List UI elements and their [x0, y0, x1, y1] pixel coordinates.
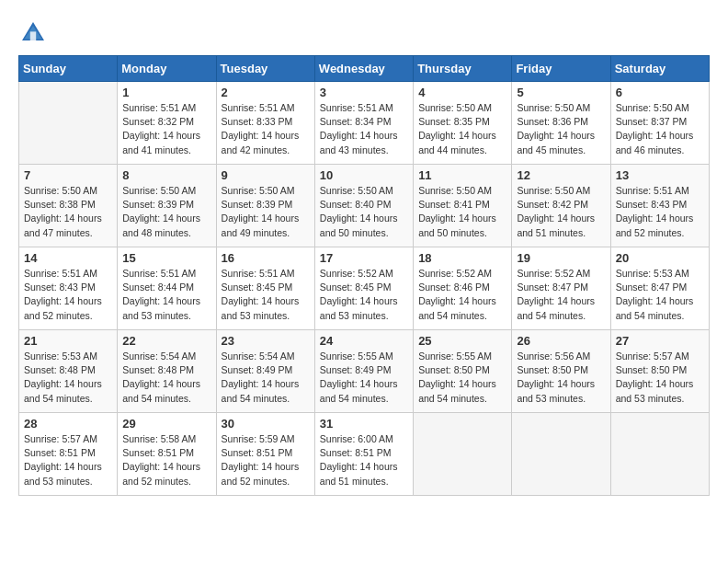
day-info: Sunrise: 5:51 AMSunset: 8:43 PMDaylight:…	[24, 267, 112, 323]
day-number: 24	[320, 334, 408, 348]
day-number: 1	[122, 86, 210, 99]
day-number: 22	[122, 334, 210, 348]
day-info: Sunrise: 6:00 AMSunset: 8:51 PMDaylight:…	[320, 432, 408, 488]
day-info: Sunrise: 5:50 AMSunset: 8:38 PMDaylight:…	[24, 184, 112, 240]
weekday-header-wednesday: Wednesday	[314, 56, 413, 82]
day-info: Sunrise: 5:50 AMSunset: 8:37 PMDaylight:…	[616, 101, 704, 157]
calendar-cell: 16Sunrise: 5:51 AMSunset: 8:45 PMDayligh…	[216, 247, 314, 330]
day-number: 16	[222, 251, 310, 265]
calendar-cell: 28Sunrise: 5:57 AMSunset: 8:51 PMDayligh…	[19, 413, 118, 496]
calendar-cell: 6Sunrise: 5:50 AMSunset: 8:37 PMDaylight…	[610, 82, 709, 165]
day-number: 11	[418, 168, 506, 182]
day-number: 8	[122, 168, 210, 182]
calendar-cell: 17Sunrise: 5:52 AMSunset: 8:45 PMDayligh…	[314, 247, 413, 330]
day-info: Sunrise: 5:52 AMSunset: 8:45 PMDaylight:…	[320, 267, 408, 323]
calendar-cell: 15Sunrise: 5:51 AMSunset: 8:44 PMDayligh…	[118, 247, 216, 330]
day-number: 14	[24, 251, 112, 265]
calendar-cell: 7Sunrise: 5:50 AMSunset: 8:38 PMDaylight…	[19, 165, 118, 247]
calendar-week-1: 1Sunrise: 5:51 AMSunset: 8:32 PMDaylight…	[19, 82, 710, 165]
calendar-cell: 5Sunrise: 5:50 AMSunset: 8:36 PMDaylight…	[512, 82, 610, 165]
day-info: Sunrise: 5:50 AMSunset: 8:39 PMDaylight:…	[222, 184, 310, 240]
day-info: Sunrise: 5:50 AMSunset: 8:36 PMDaylight:…	[517, 101, 605, 157]
calendar-week-5: 28Sunrise: 5:57 AMSunset: 8:51 PMDayligh…	[19, 413, 710, 496]
page-header	[18, 18, 710, 48]
logo	[18, 18, 51, 48]
weekday-header-thursday: Thursday	[414, 56, 512, 82]
weekday-header-monday: Monday	[118, 56, 216, 82]
day-number: 26	[517, 334, 605, 348]
day-number: 13	[616, 168, 704, 182]
calendar-week-2: 7Sunrise: 5:50 AMSunset: 8:38 PMDaylight…	[19, 165, 710, 247]
calendar-cell: 20Sunrise: 5:53 AMSunset: 8:47 PMDayligh…	[610, 247, 709, 330]
calendar-cell: 24Sunrise: 5:55 AMSunset: 8:49 PMDayligh…	[314, 330, 413, 413]
weekday-header-friday: Friday	[512, 56, 610, 82]
day-info: Sunrise: 5:50 AMSunset: 8:42 PMDaylight:…	[517, 184, 605, 240]
day-number: 28	[24, 417, 112, 431]
day-info: Sunrise: 5:51 AMSunset: 8:32 PMDaylight:…	[122, 101, 210, 157]
day-info: Sunrise: 5:50 AMSunset: 8:40 PMDaylight:…	[320, 184, 408, 240]
calendar-cell	[19, 82, 118, 165]
day-number: 6	[616, 86, 704, 99]
calendar-cell: 18Sunrise: 5:52 AMSunset: 8:46 PMDayligh…	[414, 247, 512, 330]
day-info: Sunrise: 5:51 AMSunset: 8:33 PMDaylight:…	[222, 101, 310, 157]
weekday-header-tuesday: Tuesday	[216, 56, 314, 82]
weekday-header-sunday: Sunday	[19, 56, 118, 82]
day-number: 19	[517, 251, 605, 265]
calendar-cell: 23Sunrise: 5:54 AMSunset: 8:49 PMDayligh…	[216, 330, 314, 413]
day-info: Sunrise: 5:54 AMSunset: 8:49 PMDaylight:…	[222, 350, 310, 406]
day-info: Sunrise: 5:51 AMSunset: 8:45 PMDaylight:…	[222, 267, 310, 323]
calendar-cell: 3Sunrise: 5:51 AMSunset: 8:34 PMDaylight…	[314, 82, 413, 165]
day-number: 17	[320, 251, 408, 265]
day-info: Sunrise: 5:51 AMSunset: 8:43 PMDaylight:…	[616, 184, 704, 240]
day-number: 29	[122, 417, 210, 431]
day-number: 2	[222, 86, 310, 99]
calendar-cell	[610, 413, 709, 496]
calendar-cell: 10Sunrise: 5:50 AMSunset: 8:40 PMDayligh…	[314, 165, 413, 247]
day-info: Sunrise: 5:53 AMSunset: 8:47 PMDaylight:…	[616, 267, 704, 323]
calendar-header-row: SundayMondayTuesdayWednesdayThursdayFrid…	[19, 56, 710, 82]
calendar-cell: 12Sunrise: 5:50 AMSunset: 8:42 PMDayligh…	[512, 165, 610, 247]
calendar-cell: 14Sunrise: 5:51 AMSunset: 8:43 PMDayligh…	[19, 247, 118, 330]
day-info: Sunrise: 5:54 AMSunset: 8:48 PMDaylight:…	[122, 350, 210, 406]
svg-rect-2	[30, 31, 36, 40]
calendar-cell: 29Sunrise: 5:58 AMSunset: 8:51 PMDayligh…	[118, 413, 216, 496]
day-info: Sunrise: 5:51 AMSunset: 8:34 PMDaylight:…	[320, 101, 408, 157]
day-number: 3	[320, 86, 408, 99]
calendar-cell: 9Sunrise: 5:50 AMSunset: 8:39 PMDaylight…	[216, 165, 314, 247]
day-info: Sunrise: 5:52 AMSunset: 8:47 PMDaylight:…	[517, 267, 605, 323]
day-number: 15	[122, 251, 210, 265]
day-info: Sunrise: 5:51 AMSunset: 8:44 PMDaylight:…	[122, 267, 210, 323]
calendar-cell: 8Sunrise: 5:50 AMSunset: 8:39 PMDaylight…	[118, 165, 216, 247]
day-number: 25	[418, 334, 506, 348]
calendar-cell: 2Sunrise: 5:51 AMSunset: 8:33 PMDaylight…	[216, 82, 314, 165]
day-info: Sunrise: 5:55 AMSunset: 8:50 PMDaylight:…	[418, 350, 506, 406]
day-number: 31	[320, 417, 408, 431]
weekday-header-saturday: Saturday	[610, 56, 709, 82]
logo-icon	[18, 18, 48, 48]
day-number: 5	[517, 86, 605, 99]
calendar-cell: 13Sunrise: 5:51 AMSunset: 8:43 PMDayligh…	[610, 165, 709, 247]
day-info: Sunrise: 5:59 AMSunset: 8:51 PMDaylight:…	[222, 432, 310, 488]
calendar-cell	[414, 413, 512, 496]
calendar-cell	[512, 413, 610, 496]
day-number: 7	[24, 168, 112, 182]
calendar-cell: 4Sunrise: 5:50 AMSunset: 8:35 PMDaylight…	[414, 82, 512, 165]
calendar-cell: 21Sunrise: 5:53 AMSunset: 8:48 PMDayligh…	[19, 330, 118, 413]
calendar-cell: 26Sunrise: 5:56 AMSunset: 8:50 PMDayligh…	[512, 330, 610, 413]
day-info: Sunrise: 5:57 AMSunset: 8:50 PMDaylight:…	[616, 350, 704, 406]
day-info: Sunrise: 5:50 AMSunset: 8:35 PMDaylight:…	[418, 101, 506, 157]
calendar-cell: 1Sunrise: 5:51 AMSunset: 8:32 PMDaylight…	[118, 82, 216, 165]
calendar-cell: 27Sunrise: 5:57 AMSunset: 8:50 PMDayligh…	[610, 330, 709, 413]
day-number: 4	[418, 86, 506, 99]
calendar-cell: 11Sunrise: 5:50 AMSunset: 8:41 PMDayligh…	[414, 165, 512, 247]
day-number: 20	[616, 251, 704, 265]
calendar-cell: 25Sunrise: 5:55 AMSunset: 8:50 PMDayligh…	[414, 330, 512, 413]
calendar-table: SundayMondayTuesdayWednesdayThursdayFrid…	[18, 55, 710, 496]
day-number: 23	[222, 334, 310, 348]
calendar-week-4: 21Sunrise: 5:53 AMSunset: 8:48 PMDayligh…	[19, 330, 710, 413]
day-info: Sunrise: 5:58 AMSunset: 8:51 PMDaylight:…	[122, 432, 210, 488]
day-number: 18	[418, 251, 506, 265]
day-info: Sunrise: 5:50 AMSunset: 8:41 PMDaylight:…	[418, 184, 506, 240]
day-number: 21	[24, 334, 112, 348]
calendar-cell: 31Sunrise: 6:00 AMSunset: 8:51 PMDayligh…	[314, 413, 413, 496]
